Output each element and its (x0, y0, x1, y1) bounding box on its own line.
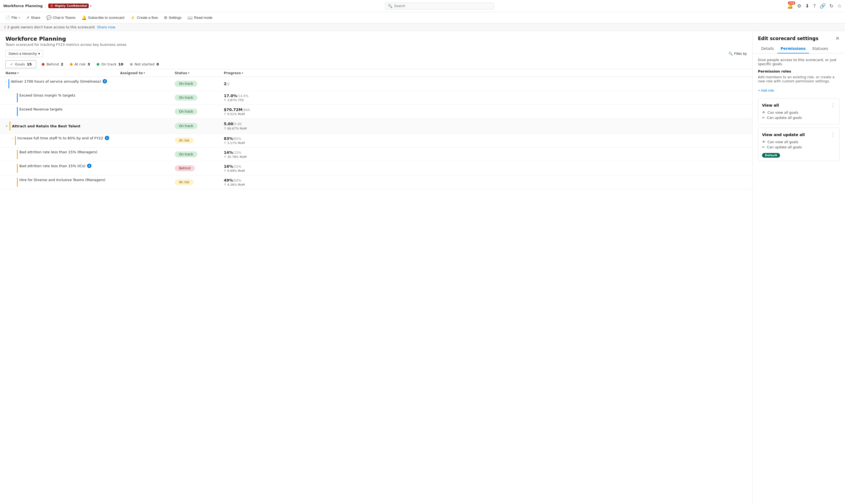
table-row[interactable]: Exceed Revenue targets On track $70.72M/… (0, 105, 752, 119)
tab-permissions[interactable]: Permissions (777, 44, 809, 53)
settings-icon-button[interactable]: ⚙ (797, 3, 801, 9)
page-title: Workforce Planning (5, 35, 747, 42)
filter-label: Filter by (734, 52, 747, 56)
permission-roles-title: Permission roles (758, 69, 840, 73)
table-row[interactable]: › deliver 1700 hours of service annually… (0, 77, 752, 91)
gear-icon: ⚙ (797, 3, 801, 9)
goal-name: Hire for Diverse and Inclusive Teams (Ma… (19, 178, 105, 182)
table-row[interactable]: › Increase full time staff % to 85% by e… (0, 133, 752, 147)
col-head-progress[interactable]: Progress ▾ (224, 71, 747, 75)
expand-icon[interactable]: ∨ (5, 124, 8, 128)
add-role-button[interactable]: + Add role (758, 87, 774, 94)
role-title-role2: View and update all (762, 132, 805, 137)
settings-button[interactable]: ⚙ Settings (161, 14, 184, 21)
share-button[interactable]: ↗ Share (23, 14, 43, 21)
download-button[interactable]: ⬇ (805, 3, 809, 9)
share-link-button[interactable]: 🔗 (820, 3, 826, 9)
progress-change: ↑ 4.26% MoM (224, 183, 245, 186)
top-bar-right: 🔔 119 ⚙ ⬇ ? 🔗 ↻ ☆ (787, 3, 842, 9)
perm-label: Can view all goals (768, 140, 798, 144)
tab-statuses[interactable]: Statuses (809, 44, 831, 53)
comment-badge[interactable]: 2 (87, 164, 91, 168)
side-panel: Edit scorecard settings ✕ DetailsPermiss… (752, 31, 845, 504)
not-started-stat[interactable]: Not started 0 (130, 59, 165, 69)
col-head-assigned[interactable]: Assigned to ▾ (120, 71, 175, 75)
help-button[interactable]: ? (813, 3, 816, 9)
tab-details[interactable]: Details (758, 44, 777, 53)
col-head-name[interactable]: Name ▾ (5, 71, 120, 75)
filter-button[interactable]: 🔍 Filter by (728, 52, 747, 56)
progress-main: 49% (224, 178, 233, 182)
file-chevron: ▾ (19, 16, 20, 19)
color-bar (8, 79, 9, 88)
hierarchy-label: Select a hierarchy (8, 52, 37, 56)
at-risk-label: At risk (74, 62, 86, 66)
notifications-button[interactable]: 🔔 119 (787, 3, 793, 9)
panel-description: Give people access to this scorecard, or… (758, 58, 840, 66)
page-subtitle: Team scorecard for tracking FY23 metrics… (5, 42, 747, 47)
doc-chevron[interactable]: ▾ (90, 4, 91, 8)
subscribe-button[interactable]: 🔔 Subscribe to scorecard (79, 14, 127, 21)
flow-button[interactable]: ⚡ Create a flow (127, 14, 160, 21)
file-button[interactable]: 📄 File ▾ (2, 14, 23, 21)
side-panel-title: Edit scorecard settings (758, 36, 818, 41)
perm-label: Can update all goals (767, 115, 802, 120)
on-track-stat[interactable]: On track 10 (96, 59, 130, 69)
chat-button[interactable]: 💬 Chat in Teams (44, 14, 78, 21)
role-menu-role2[interactable]: ⋮ (830, 132, 835, 138)
goals-stat[interactable]: ✓ Goals 15 (5, 60, 36, 68)
col-head-status[interactable]: Status ▾ (175, 71, 224, 75)
expand-button[interactable]: › (12, 136, 13, 140)
group-row[interactable]: ∨ Attract and Retain the Best Talent On … (0, 119, 752, 133)
color-bar (17, 107, 18, 116)
role-title-role1: View all (762, 103, 779, 107)
behind-stat[interactable]: Behind 2 (42, 59, 70, 69)
comment-badge[interactable]: 1 (105, 136, 109, 140)
hierarchy-chevron: ▾ (38, 52, 40, 56)
perm-label: Can update all goals (767, 145, 802, 149)
comment-badge[interactable]: 2 (103, 79, 107, 84)
table-row[interactable]: Exceed Gross margin % targets On track 1… (0, 91, 752, 105)
perm-item: ✏Can update all goals (762, 115, 835, 120)
goal-name: Exceed Revenue targets (19, 107, 63, 112)
favorite-button[interactable]: ☆ (838, 3, 842, 9)
stats-row: ✓ Goals 15 Behind 2 At risk 3 On track 1… (0, 59, 752, 69)
read-icon: 📖 (188, 15, 193, 20)
role-menu-role1[interactable]: ⋮ (830, 102, 835, 108)
share-icon: ↗ (26, 15, 30, 20)
at-risk-stat[interactable]: At risk 3 (70, 59, 96, 69)
status-badge: On track (175, 123, 197, 129)
perm-label: Can view all goals (768, 110, 798, 114)
color-bar (10, 121, 11, 131)
perm-item: 👁Can view all goals (762, 110, 835, 114)
read-mode-button[interactable]: 📖 Read mode (185, 14, 215, 21)
settings-icon: ⚙ (164, 15, 167, 20)
filter-icon: 🔍 (728, 52, 733, 56)
table-row[interactable]: Bad attrition rate less than 15% (Manage… (0, 147, 752, 161)
progress-main: 16% (224, 164, 233, 168)
progress-main: 5.00 (224, 122, 233, 126)
progress-change: ↑ 3.17% MoM (224, 141, 245, 145)
table-header: Name ▾ Assigned to ▾ Status ▾ Progress ▾ (0, 69, 752, 77)
search-input[interactable] (394, 4, 491, 8)
goal-name: Bad attrition rate less than 15% (Manage… (19, 150, 98, 155)
file-label: File (12, 16, 17, 20)
status-badge: On track (175, 81, 197, 87)
close-panel-button[interactable]: ✕ (835, 35, 840, 41)
table-row[interactable]: Hire for Diverse and Inclusive Teams (Ma… (0, 175, 752, 189)
status-cell: On track (175, 109, 224, 114)
controls-row: Select a hierarchy ▾ 🔍 Filter by (0, 49, 752, 59)
question-icon: ? (813, 3, 816, 9)
status-badge: Behind (175, 165, 195, 171)
name-cell: › Increase full time staff % to 85% by e… (5, 136, 120, 145)
side-tabs: DetailsPermissionsStatuses (753, 41, 845, 53)
refresh-button[interactable]: ↻ (829, 3, 833, 9)
goals-table: Name ▾ Assigned to ▾ Status ▾ Progress ▾… (0, 69, 752, 504)
progress-main: 83% (224, 137, 233, 141)
progress-cell: 14%/15% ↑ 35.78% MoM (224, 150, 747, 159)
table-row[interactable]: Bad attrition rate less than 15% (ICs) 2… (0, 161, 752, 175)
share-now-link[interactable]: Share now. (97, 25, 116, 29)
hierarchy-button[interactable]: Select a hierarchy ▾ (5, 50, 43, 57)
expand-button[interactable]: › (5, 79, 7, 84)
goal-name: Exceed Gross margin % targets (19, 93, 75, 98)
